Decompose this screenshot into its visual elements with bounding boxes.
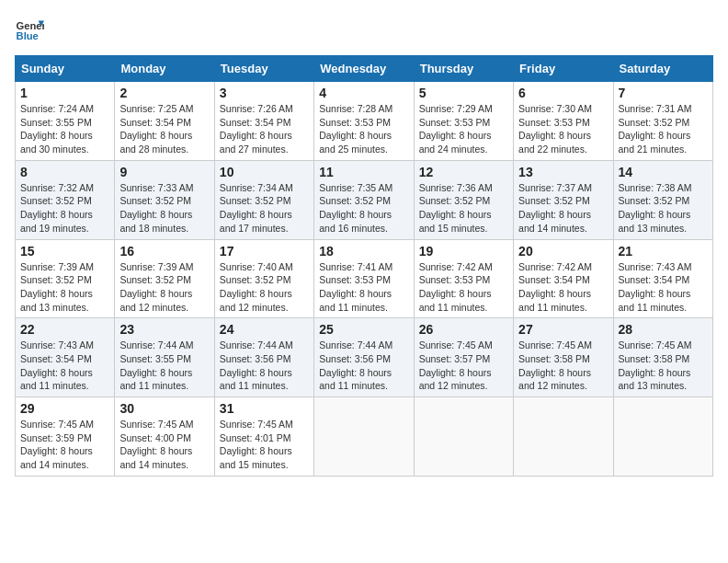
day-info: Sunrise: 7:41 AM Sunset: 3:53 PM Dayligh… (319, 260, 408, 315)
calendar-week-row: 29 Sunrise: 7:45 AM Sunset: 3:59 PM Dayl… (16, 397, 713, 477)
day-number: 5 (419, 86, 508, 100)
day-info: Sunrise: 7:44 AM Sunset: 3:56 PM Dayligh… (220, 339, 309, 393)
day-header-saturday: Saturday (613, 56, 712, 82)
day-number: 7 (619, 86, 708, 100)
calendar-cell (514, 397, 613, 477)
day-info: Sunrise: 7:31 AM Sunset: 3:52 PM Dayligh… (619, 102, 708, 156)
calendar-cell (414, 397, 513, 477)
calendar-header-row: SundayMondayTuesdayWednesdayThursdayFrid… (16, 56, 713, 82)
day-info: Sunrise: 7:45 AM Sunset: 4:01 PM Dayligh… (220, 418, 309, 472)
day-info: Sunrise: 7:39 AM Sunset: 3:52 PM Dayligh… (20, 260, 109, 315)
day-header-friday: Friday (514, 56, 613, 82)
day-number: 18 (319, 244, 408, 259)
calendar-table: SundayMondayTuesdayWednesdayThursdayFrid… (15, 55, 713, 477)
day-number: 25 (319, 322, 408, 337)
calendar-cell: 24 Sunrise: 7:44 AM Sunset: 3:56 PM Dayl… (214, 318, 313, 397)
calendar-cell: 1 Sunrise: 7:24 AM Sunset: 3:55 PM Dayli… (16, 82, 115, 161)
day-info: Sunrise: 7:34 AM Sunset: 3:52 PM Dayligh… (220, 181, 309, 236)
day-info: Sunrise: 7:28 AM Sunset: 3:53 PM Dayligh… (319, 102, 408, 156)
day-number: 23 (119, 322, 209, 337)
day-info: Sunrise: 7:43 AM Sunset: 3:54 PM Dayligh… (20, 339, 109, 393)
day-info: Sunrise: 7:45 AM Sunset: 4:00 PM Dayligh… (119, 418, 209, 472)
calendar-cell: 19 Sunrise: 7:42 AM Sunset: 3:53 PM Dayl… (414, 239, 513, 318)
day-number: 8 (20, 165, 109, 179)
calendar-cell: 10 Sunrise: 7:34 AM Sunset: 3:52 PM Dayl… (214, 160, 313, 239)
day-number: 22 (20, 322, 109, 337)
calendar-cell: 11 Sunrise: 7:35 AM Sunset: 3:52 PM Dayl… (314, 160, 414, 239)
day-number: 4 (319, 86, 408, 100)
day-number: 3 (220, 86, 309, 100)
day-number: 13 (518, 165, 608, 179)
svg-text:Blue: Blue (17, 30, 39, 41)
day-header-wednesday: Wednesday (314, 56, 414, 82)
day-number: 10 (220, 165, 309, 179)
calendar-cell: 9 Sunrise: 7:33 AM Sunset: 3:52 PM Dayli… (115, 160, 214, 239)
day-number: 29 (20, 401, 109, 416)
day-info: Sunrise: 7:24 AM Sunset: 3:55 PM Dayligh… (20, 102, 109, 156)
day-info: Sunrise: 7:36 AM Sunset: 3:52 PM Dayligh… (419, 181, 508, 236)
day-number: 30 (119, 401, 209, 416)
calendar-cell: 18 Sunrise: 7:41 AM Sunset: 3:53 PM Dayl… (314, 239, 414, 318)
calendar-cell: 27 Sunrise: 7:45 AM Sunset: 3:58 PM Dayl… (514, 318, 613, 397)
day-info: Sunrise: 7:45 AM Sunset: 3:57 PM Dayligh… (419, 339, 508, 393)
day-header-sunday: Sunday (16, 56, 115, 82)
calendar-cell: 8 Sunrise: 7:32 AM Sunset: 3:52 PM Dayli… (16, 160, 115, 239)
day-number: 31 (220, 401, 309, 416)
day-info: Sunrise: 7:37 AM Sunset: 3:52 PM Dayligh… (518, 181, 608, 236)
calendar-cell: 15 Sunrise: 7:39 AM Sunset: 3:52 PM Dayl… (16, 239, 115, 318)
calendar-cell: 23 Sunrise: 7:44 AM Sunset: 3:55 PM Dayl… (115, 318, 214, 397)
calendar-cell: 26 Sunrise: 7:45 AM Sunset: 3:57 PM Dayl… (414, 318, 513, 397)
day-info: Sunrise: 7:30 AM Sunset: 3:53 PM Dayligh… (518, 102, 608, 156)
day-number: 17 (220, 244, 309, 259)
day-number: 26 (419, 322, 508, 337)
day-number: 6 (518, 86, 608, 100)
day-info: Sunrise: 7:38 AM Sunset: 3:52 PM Dayligh… (619, 181, 708, 236)
calendar-cell: 28 Sunrise: 7:45 AM Sunset: 3:58 PM Dayl… (613, 318, 712, 397)
day-number: 15 (20, 244, 109, 259)
day-number: 1 (20, 86, 109, 100)
calendar-cell (613, 397, 712, 477)
day-info: Sunrise: 7:39 AM Sunset: 3:52 PM Dayligh… (119, 260, 209, 315)
calendar-cell: 22 Sunrise: 7:43 AM Sunset: 3:54 PM Dayl… (16, 318, 115, 397)
calendar-cell: 12 Sunrise: 7:36 AM Sunset: 3:52 PM Dayl… (414, 160, 513, 239)
day-header-thursday: Thursday (414, 56, 513, 82)
day-info: Sunrise: 7:35 AM Sunset: 3:52 PM Dayligh… (319, 181, 408, 236)
day-info: Sunrise: 7:29 AM Sunset: 3:53 PM Dayligh… (419, 102, 508, 156)
day-number: 28 (619, 322, 708, 337)
calendar-week-row: 8 Sunrise: 7:32 AM Sunset: 3:52 PM Dayli… (16, 160, 713, 239)
day-info: Sunrise: 7:42 AM Sunset: 3:54 PM Dayligh… (518, 260, 608, 315)
day-header-tuesday: Tuesday (214, 56, 313, 82)
day-info: Sunrise: 7:45 AM Sunset: 3:59 PM Dayligh… (20, 418, 109, 472)
day-number: 16 (119, 244, 209, 259)
day-info: Sunrise: 7:45 AM Sunset: 3:58 PM Dayligh… (518, 339, 608, 393)
page-header: General Blue (15, 15, 713, 44)
calendar-cell: 16 Sunrise: 7:39 AM Sunset: 3:52 PM Dayl… (115, 239, 214, 318)
day-number: 9 (119, 165, 209, 179)
day-number: 20 (518, 244, 608, 259)
logo: General Blue (15, 15, 44, 44)
day-number: 19 (419, 244, 508, 259)
day-number: 11 (319, 165, 408, 179)
calendar-week-row: 22 Sunrise: 7:43 AM Sunset: 3:54 PM Dayl… (16, 318, 713, 397)
calendar-cell: 31 Sunrise: 7:45 AM Sunset: 4:01 PM Dayl… (214, 397, 313, 477)
calendar-body: 1 Sunrise: 7:24 AM Sunset: 3:55 PM Dayli… (16, 82, 713, 477)
calendar-cell: 30 Sunrise: 7:45 AM Sunset: 4:00 PM Dayl… (115, 397, 214, 477)
logo-icon: General Blue (15, 15, 44, 44)
calendar-cell: 6 Sunrise: 7:30 AM Sunset: 3:53 PM Dayli… (514, 82, 613, 161)
day-header-monday: Monday (115, 56, 214, 82)
day-number: 2 (119, 86, 209, 100)
calendar-cell: 29 Sunrise: 7:45 AM Sunset: 3:59 PM Dayl… (16, 397, 115, 477)
day-number: 27 (518, 322, 608, 337)
day-info: Sunrise: 7:32 AM Sunset: 3:52 PM Dayligh… (20, 181, 109, 236)
calendar-cell: 21 Sunrise: 7:43 AM Sunset: 3:54 PM Dayl… (613, 239, 712, 318)
calendar-cell (314, 397, 414, 477)
calendar-cell: 14 Sunrise: 7:38 AM Sunset: 3:52 PM Dayl… (613, 160, 712, 239)
day-info: Sunrise: 7:43 AM Sunset: 3:54 PM Dayligh… (619, 260, 708, 315)
day-info: Sunrise: 7:26 AM Sunset: 3:54 PM Dayligh… (220, 102, 309, 156)
calendar-cell: 7 Sunrise: 7:31 AM Sunset: 3:52 PM Dayli… (613, 82, 712, 161)
day-info: Sunrise: 7:45 AM Sunset: 3:58 PM Dayligh… (619, 339, 708, 393)
calendar-cell: 4 Sunrise: 7:28 AM Sunset: 3:53 PM Dayli… (314, 82, 414, 161)
day-info: Sunrise: 7:25 AM Sunset: 3:54 PM Dayligh… (119, 102, 209, 156)
calendar-week-row: 15 Sunrise: 7:39 AM Sunset: 3:52 PM Dayl… (16, 239, 713, 318)
calendar-cell: 5 Sunrise: 7:29 AM Sunset: 3:53 PM Dayli… (414, 82, 513, 161)
